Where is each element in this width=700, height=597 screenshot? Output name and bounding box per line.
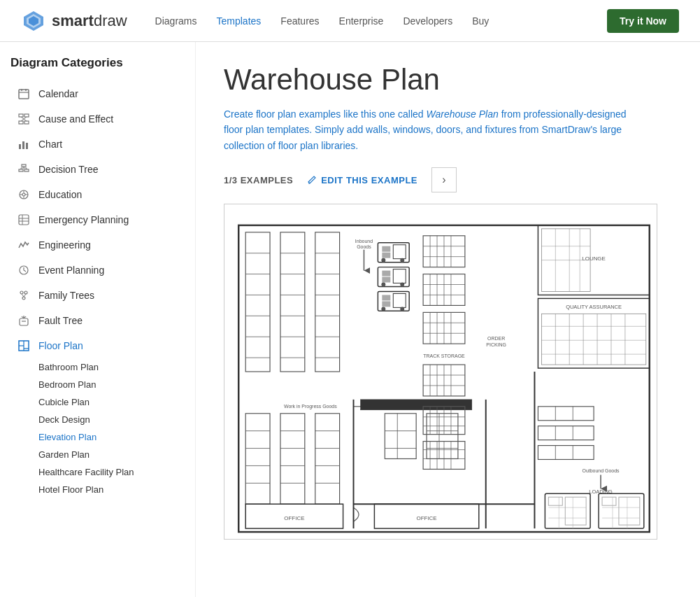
svg-point-85 (400, 283, 404, 287)
edit-link[interactable]: EDIT THIS EXAMPLE (307, 175, 417, 185)
svg-rect-202 (599, 493, 644, 528)
sidebar-label-calendar: Calendar (38, 88, 78, 99)
sidebar-label-emergency: Emergency Planning (38, 214, 129, 225)
svg-rect-9 (19, 121, 23, 124)
decision-tree-icon (16, 162, 31, 177)
logo-icon (21, 8, 46, 34)
next-button[interactable]: › (431, 167, 457, 192)
svg-point-79 (400, 258, 404, 262)
description: Create floor plan examples like this one… (224, 106, 643, 153)
svg-rect-76 (382, 253, 390, 258)
chart-icon (16, 136, 31, 152)
sidebar-label-decision-tree: Decision Tree (38, 164, 99, 175)
svg-point-78 (381, 258, 385, 262)
svg-rect-15 (19, 144, 21, 149)
sidebar-sub-garden[interactable]: Garden Plan (10, 446, 185, 463)
engineering-icon (16, 237, 31, 253)
svg-text:Outbound Goods: Outbound Goods (582, 469, 620, 474)
nav-diagrams[interactable]: Diagrams (155, 15, 197, 27)
sidebar-sub-deck[interactable]: Deck Design (10, 411, 185, 428)
svg-text:TRACK STORAGE: TRACK STORAGE (423, 353, 465, 358)
sidebar-item-education[interactable]: Education (10, 182, 185, 207)
sidebar-label-event: Event Planning (38, 265, 104, 276)
svg-rect-82 (382, 277, 390, 283)
svg-text:Inbound: Inbound (355, 239, 373, 244)
svg-rect-81 (382, 271, 390, 276)
sidebar-item-calendar[interactable]: Calendar (10, 81, 185, 106)
example-count: 1/3 EXAMPLES (224, 175, 293, 185)
education-icon (16, 187, 31, 202)
sidebar-item-fault[interactable]: Fault Tree (10, 308, 185, 333)
sidebar-item-floor-plan[interactable]: Floor Plan (10, 333, 185, 358)
sidebar-sub-cubicle[interactable]: Cubicle Plan (10, 393, 185, 411)
nav-buy[interactable]: Buy (472, 15, 489, 27)
svg-text:ORDER: ORDER (487, 336, 505, 341)
sidebar-sub-bathroom[interactable]: Bathroom Plan (10, 358, 185, 376)
svg-rect-23 (19, 169, 23, 171)
sidebar-item-event[interactable]: Event Planning (10, 258, 185, 283)
sidebar: Diagram Categories Calendar Cause and Ef… (0, 42, 196, 597)
svg-point-84 (381, 283, 385, 287)
svg-point-37 (24, 291, 27, 294)
sidebar-label-education: Education (38, 189, 82, 200)
nav-features[interactable]: Features (280, 15, 319, 27)
svg-rect-7 (19, 114, 23, 117)
svg-point-38 (22, 297, 25, 300)
svg-rect-24 (24, 169, 29, 171)
logo[interactable]: smartdraw (21, 8, 127, 34)
edit-icon (307, 175, 317, 185)
fault-icon (16, 313, 31, 328)
family-icon (16, 288, 31, 303)
sidebar-item-family[interactable]: Family Trees (10, 283, 185, 308)
svg-line-39 (22, 294, 24, 297)
svg-text:QUALITY ASSURANCE: QUALITY ASSURANCE (566, 304, 622, 311)
sidebar-sub-elevation[interactable]: Elevation Plan (10, 428, 185, 446)
main-nav: Diagrams Templates Features Enterprise D… (155, 15, 607, 27)
svg-text:Goods: Goods (357, 244, 371, 249)
main-content: Warehouse Plan Create floor plan example… (196, 42, 700, 597)
sidebar-item-decision-tree[interactable]: Decision Tree (10, 157, 185, 182)
svg-rect-16 (22, 141, 24, 149)
svg-rect-3 (19, 90, 29, 99)
svg-rect-87 (382, 295, 390, 301)
svg-rect-41 (20, 318, 28, 325)
emergency-icon (16, 212, 31, 227)
svg-rect-88 (382, 302, 390, 307)
sidebar-label-fault: Fault Tree (38, 315, 83, 326)
svg-point-91 (400, 307, 404, 311)
svg-rect-18 (22, 164, 26, 167)
svg-text:OFFICE: OFFICE (284, 515, 304, 521)
sidebar-sub-bedroom[interactable]: Bedroom Plan (10, 376, 185, 393)
nav-templates[interactable]: Templates (217, 15, 262, 27)
svg-line-40 (24, 294, 26, 297)
main-layout: Diagram Categories Calendar Cause and Ef… (0, 42, 700, 597)
sidebar-item-emergency[interactable]: Emergency Planning (10, 207, 185, 232)
sidebar-label-floor-plan: Floor Plan (38, 340, 83, 351)
sidebar-item-engineering[interactable]: Engineering (10, 232, 185, 258)
svg-rect-10 (24, 121, 29, 124)
svg-text:OFFICE: OFFICE (416, 515, 436, 521)
floor-plan-icon (16, 338, 31, 353)
nav-developers[interactable]: Developers (403, 15, 452, 27)
sidebar-sub-healthcare[interactable]: Healthcare Facility Plan (10, 463, 185, 481)
sidebar-item-cause-effect[interactable]: Cause and Effect (10, 106, 185, 132)
calendar-icon (16, 86, 31, 101)
page-title: Warehouse Plan (224, 63, 672, 97)
try-now-button[interactable]: Try it Now (607, 9, 679, 33)
sidebar-item-chart[interactable]: Chart (10, 132, 185, 157)
svg-text:LOUNGE: LOUNGE (582, 255, 606, 262)
svg-rect-8 (24, 114, 29, 117)
sidebar-label-family: Family Trees (38, 290, 94, 301)
svg-point-26 (22, 193, 25, 196)
logo-text: smartdraw (52, 12, 127, 30)
svg-rect-195 (545, 493, 590, 528)
svg-rect-17 (26, 143, 28, 149)
sidebar-sub-hotel[interactable]: Hotel Floor Plan (10, 481, 185, 498)
warehouse-diagram: Inbound Goods (224, 204, 657, 539)
svg-point-90 (381, 307, 385, 311)
nav-enterprise[interactable]: Enterprise (339, 15, 384, 27)
sidebar-label-cause-effect: Cause and Effect (38, 113, 113, 125)
svg-rect-145 (360, 400, 471, 410)
sidebar-label-chart: Chart (38, 139, 62, 150)
header: smartdraw Diagrams Templates Features En… (0, 0, 700, 42)
